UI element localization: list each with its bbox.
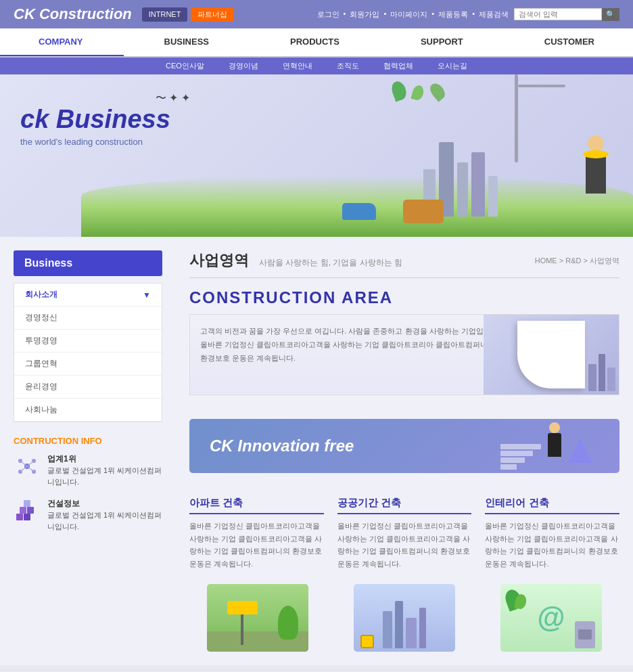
sidebar-item-company[interactable]: 회사소개 ▼ [14, 284, 162, 307]
construction-info: CONTRUCTION INFO [14, 436, 162, 532]
svg-line-5 [20, 461, 27, 466]
svg-line-8 [27, 466, 34, 472]
bottom-images-row: @ [189, 584, 619, 652]
header-links: 로그인 • 회원가입 • 마이페이지 • 제품등록 • 제품검색 [317, 9, 509, 20]
subnav-ceo[interactable]: CEO인사말 [154, 58, 216, 74]
crane-decoration [515, 74, 518, 162]
svg-rect-13 [24, 500, 30, 507]
logo: CK Construction [14, 5, 132, 23]
robot-icon [575, 621, 595, 648]
sign-board-icon [227, 601, 258, 614]
intranet-button[interactable]: INTRNET [142, 7, 188, 22]
sidebar-item-label-transparent: 투명경영 [25, 335, 57, 346]
svg-line-7 [20, 466, 27, 472]
subnav-history[interactable]: 연혁안내 [271, 58, 325, 74]
search-box: 🔍 [514, 8, 619, 21]
city-image [354, 584, 455, 652]
tech-image: @ [500, 584, 602, 652]
sidebar-item-label-history: 그룹연혁 [25, 358, 57, 369]
mini-buildings [588, 354, 615, 391]
subnav-management[interactable]: 경영이념 [216, 58, 271, 74]
sidebar-item-label-management: 경영정신 [25, 312, 57, 323]
page-subtitle: 사람을 사랑하는 힘, 기업을 사랑하는 힘 [259, 257, 402, 269]
bottom-cards: 아파트 건축 올바른 기업정신 클립아트코리아고객을 사랑하는 기업 클립아트코… [189, 497, 619, 570]
page-curl [517, 321, 585, 388]
sidebar-item-management[interactable]: 경영정신 [14, 307, 162, 330]
sidebar: Business 회사소개 ▼ 경영정신 투명경영 그룹연혁 윤리경영 사회나눔 [0, 237, 176, 665]
partner-button[interactable]: 파트너십 [191, 7, 234, 22]
mypage-link[interactable]: 마이페이지 [390, 9, 427, 20]
subnav-partner[interactable]: 협력업체 [371, 58, 425, 74]
card-text-apartment: 올바른 기업정신 클립아트코리아고객을 사랑하는 기업 클립아트코리아고객을 사… [189, 520, 324, 570]
svg-rect-10 [24, 514, 30, 520]
hero-subtitle: the world's leading construction [20, 137, 170, 147]
card-title-public: 공공기간 건축 [337, 497, 472, 514]
info-section-title: CONTRUCTION INFO [14, 436, 162, 446]
construction-visual [484, 315, 619, 395]
info-text-rank: 업계1위 글로벌 건설업계 1위 씨케이션컴퍼니입니다. [47, 453, 162, 487]
staircase-decoration [500, 444, 541, 470]
svg-line-6 [27, 461, 34, 466]
leaves-decoration [392, 81, 444, 103]
search-input[interactable] [514, 8, 602, 20]
sidebar-item-label-company: 회사소개 [25, 289, 57, 300]
chevron-down-icon: ▼ [143, 290, 151, 300]
header: CK Construction INTRNET 파트너십 로그인 • 회원가입 … [0, 0, 633, 28]
construction-sign-icon [360, 635, 374, 648]
hero-content: ck Business the world's leading construc… [20, 105, 170, 147]
info-text-construction: 건설정보 글로벌 건설업계 1위 씨케이션컴퍼니입니다. [47, 497, 162, 532]
car-decoration [342, 203, 376, 220]
at-symbol-icon: @ [538, 602, 565, 634]
innovation-banner: CK Innovation free [189, 419, 619, 473]
sidebar-item-label-ethics: 윤리경영 [25, 381, 57, 393]
sidebar-item-history[interactable]: 그룹연혁 [14, 353, 162, 376]
info-item-construction: 건설정보 글로벌 건설업계 1위 씨케이션컴퍼니입니다. [14, 497, 162, 532]
birds-decoration: 〜 ✦ ✦ [156, 91, 190, 106]
sidebar-item-label-social: 사회나눔 [25, 404, 57, 416]
content-area: 사업영역 사람을 사랑하는 힘, 기업을 사랑하는 힘 HOME > R&D >… [176, 237, 633, 665]
subnav-org[interactable]: 조직도 [325, 58, 371, 74]
sign-image [207, 584, 308, 652]
nav-item-company[interactable]: COMPANY [0, 28, 124, 56]
card-text-interior: 올바른 기업정신 클립아트코리아고객을 사랑하는 기업 클립아트코리아고객을 사… [485, 520, 619, 570]
page-title: 사업영역 [189, 250, 249, 271]
svg-rect-12 [27, 507, 34, 514]
login-link[interactable]: 로그인 [317, 9, 339, 20]
section-heading: CONSTRUCTION AREA [189, 288, 619, 307]
card-text-public: 올바른 기업정신 클립아트코리아고객을 사랑하는 기업 클립아트코리아고객을 사… [337, 520, 472, 570]
innovation-text: CK Innovation free [210, 436, 354, 455]
products-link[interactable]: 제품등록 [438, 9, 468, 20]
hero-section: ck Business the world's leading construc… [0, 74, 633, 237]
main-area: Business 회사소개 ▼ 경영정신 투명경영 그룹연혁 윤리경영 사회나눔 [0, 237, 633, 665]
crane-arm [518, 85, 565, 87]
search-button[interactable]: 🔍 [602, 8, 619, 21]
signup-link[interactable]: 회원가입 [350, 9, 379, 20]
arrow-up-icon [568, 439, 592, 463]
sidebar-item-transparent[interactable]: 투명경영 [14, 330, 162, 353]
nav-item-support[interactable]: SUPPORT [380, 28, 504, 56]
network-icon [14, 453, 41, 480]
nav-item-customer[interactable]: CUSTOMER [504, 28, 633, 56]
content-title-group: 사업영역 사람을 사랑하는 힘, 기업을 사랑하는 힘 [189, 250, 402, 271]
search-link[interactable]: 제품검색 [479, 9, 509, 20]
banner-figure-area [500, 422, 592, 473]
header-right: 로그인 • 회원가입 • 마이페이지 • 제품등록 • 제품검색 🔍 [317, 8, 619, 21]
content-header: 사업영역 사람을 사랑하는 힘, 기업을 사랑하는 힘 HOME > R&D >… [189, 250, 619, 278]
tree-icon [278, 606, 298, 640]
search-icon: 🔍 [606, 10, 615, 18]
subnav-directions[interactable]: 오시는길 [425, 58, 479, 74]
nav-item-products[interactable]: PRODUCTS [250, 28, 380, 56]
sidebar-item-ethics[interactable]: 윤리경영 [14, 376, 162, 399]
loader-decoration [403, 200, 444, 223]
card-title-interior: 인테리어 건축 [485, 497, 619, 514]
info-item-rank: 업계1위 글로벌 건설업계 1위 씨케이션컴퍼니입니다. [14, 453, 162, 487]
watermark: CK Innovation free [189, 409, 619, 483]
section-text: 고객의 비전과 꿈을 가장 우선으로 여깁니다. 사람을 존중하고 환경을 사랑… [200, 325, 500, 365]
card-apartment: 아파트 건축 올바른 기업정신 클립아트코리아고객을 사랑하는 기업 클립아트코… [189, 497, 324, 570]
svg-rect-11 [20, 507, 26, 514]
card-public: 공공기간 건축 올바른 기업정신 클립아트코리아고객을 사랑하는 기업 클립아트… [337, 497, 472, 570]
construction-area-block: 고객의 비전과 꿈을 가장 우선으로 여깁니다. 사람을 존중하고 환경을 사랑… [189, 314, 619, 395]
nav-item-business[interactable]: BUSINESS [124, 28, 250, 56]
sidebar-title: Business [14, 250, 162, 276]
sidebar-item-social[interactable]: 사회나눔 [14, 399, 162, 422]
